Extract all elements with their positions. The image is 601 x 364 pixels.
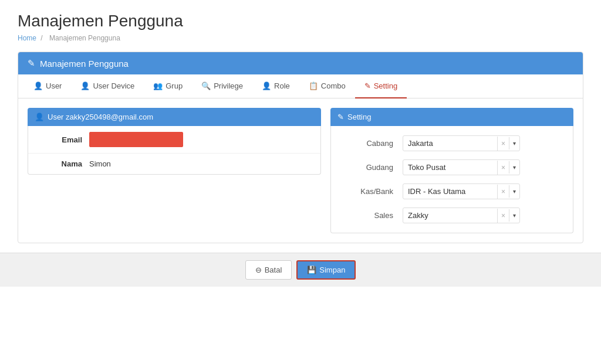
card-header: ✎ Manajemen Pengguna [18, 52, 583, 74]
batal-button[interactable]: ⊖ Batal [245, 260, 292, 280]
user-icon: 👤 [33, 81, 43, 90]
kasbank-label: Kas/Bank [340, 187, 393, 196]
simpan-label: Simpan [319, 266, 345, 274]
cabang-arrow-icon[interactable]: ▾ [509, 137, 519, 149]
sales-label: Sales [340, 211, 393, 220]
setting-tab-icon: ✎ [364, 81, 371, 90]
privilege-icon: 🔍 [201, 81, 211, 90]
gudang-arrow-icon[interactable]: ▾ [509, 161, 519, 174]
setting-row-gudang: Gudang Toko Pusat × ▾ [340, 159, 563, 175]
simpan-button[interactable]: 💾 Simpan [296, 260, 356, 280]
breadcrumb: Home / Manajemen Pengguna [18, 34, 583, 42]
gudang-label: Gudang [340, 163, 393, 172]
tab-privilege[interactable]: 🔍 Privilege [192, 74, 252, 98]
kasbank-select[interactable]: IDR - Kas Utama × ▾ [403, 183, 520, 199]
tabs-bar: 👤 User 👤 User Device 👥 Grup 🔍 Privilege … [18, 74, 583, 98]
page-wrapper: Manajemen Pengguna Home / Manajemen Peng… [0, 0, 601, 364]
setting-row-cabang: Cabang Jakarta × ▾ [340, 135, 563, 151]
cabang-label: Cabang [340, 139, 393, 148]
setting-panel-header: ✎ Setting [330, 108, 573, 126]
kasbank-arrow-icon[interactable]: ▾ [509, 185, 519, 198]
user-panel-header: 👤 User zakky250498@gmail.com [28, 108, 321, 126]
email-field-row: Email [28, 126, 320, 154]
tab-combo[interactable]: 📋 Combo [299, 74, 355, 98]
tab-setting[interactable]: ✎ Setting [355, 74, 407, 98]
user-panel-body: Email Nama Simon [28, 126, 321, 175]
sales-value: Zakky [403, 208, 497, 223]
batal-icon: ⊖ [255, 266, 262, 274]
tab-grup[interactable]: 👥 Grup [144, 74, 192, 98]
gudang-select[interactable]: Toko Pusat × ▾ [403, 159, 520, 175]
footer-bar: ⊖ Batal 💾 Simpan [0, 253, 601, 287]
save-icon: 💾 [307, 266, 316, 274]
nama-value: Simon [89, 159, 111, 168]
pencil-icon: ✎ [28, 58, 35, 69]
tab-user-device[interactable]: 👤 User Device [71, 74, 144, 98]
tab-role[interactable]: 👤 Role [252, 74, 299, 98]
user-panel-icon: 👤 [35, 113, 44, 121]
batal-label: Batal [265, 266, 282, 274]
email-input[interactable] [89, 132, 183, 147]
setting-panel-title: Setting [347, 113, 371, 121]
role-icon: 👤 [262, 81, 271, 90]
tab-user[interactable]: 👤 User [24, 74, 71, 98]
setting-icon: ✎ [337, 113, 344, 121]
user-panel-title: User zakky250498@gmail.com [48, 113, 153, 121]
grup-icon: 👥 [153, 81, 163, 90]
cabang-value: Jakarta [403, 136, 497, 151]
setting-panel: ✎ Setting Cabang Jakarta × ▾ Gudang [330, 108, 573, 233]
nama-field-row: Nama Simon [28, 154, 320, 174]
breadcrumb-home[interactable]: Home [18, 34, 36, 42]
cabang-clear-icon[interactable]: × [497, 137, 509, 151]
setting-row-sales: Sales Zakky × ▾ [340, 207, 563, 223]
setting-row-kasbank: Kas/Bank IDR - Kas Utama × ▾ [340, 183, 563, 199]
card-header-label: Manajemen Pengguna [40, 59, 129, 69]
gudang-clear-icon[interactable]: × [497, 161, 509, 175]
setting-panel-body: Cabang Jakarta × ▾ Gudang Toko Pusat × ▾ [330, 126, 573, 233]
breadcrumb-current: Manajemen Pengguna [49, 34, 120, 42]
user-device-icon: 👤 [80, 81, 90, 90]
sales-clear-icon[interactable]: × [497, 209, 509, 223]
sales-select[interactable]: Zakky × ▾ [403, 207, 520, 223]
nama-label: Nama [35, 159, 82, 168]
page-title: Manajemen Pengguna [18, 12, 583, 30]
cabang-select[interactable]: Jakarta × ▾ [403, 135, 520, 151]
email-label: Email [35, 135, 82, 144]
user-panel: 👤 User zakky250498@gmail.com Email Nama … [28, 108, 321, 233]
combo-icon: 📋 [309, 81, 318, 90]
kasbank-value: IDR - Kas Utama [403, 184, 497, 199]
main-card: ✎ Manajemen Pengguna 👤 User 👤 User Devic… [18, 52, 583, 243]
kasbank-clear-icon[interactable]: × [497, 185, 509, 199]
sales-arrow-icon[interactable]: ▾ [509, 209, 519, 222]
gudang-value: Toko Pusat [403, 160, 497, 175]
content-area: 👤 User zakky250498@gmail.com Email Nama … [18, 98, 583, 243]
